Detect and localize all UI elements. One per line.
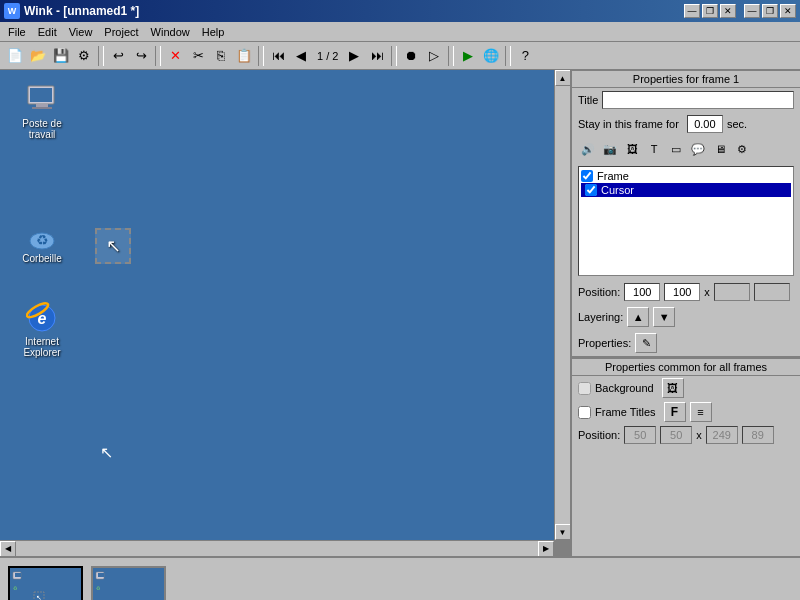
desktop-icon-computer[interactable]: Poste de travail xyxy=(12,80,72,144)
props-icon-2[interactable]: 📷 xyxy=(600,139,620,159)
ie-icon-img: e xyxy=(26,302,58,334)
background-image-btn[interactable]: 🖼 xyxy=(662,378,684,398)
pos-y2-input[interactable] xyxy=(754,283,790,301)
next-frame-btn[interactable]: ▶ xyxy=(343,45,365,67)
desktop-icon-ie[interactable]: e Internet Explorer xyxy=(12,298,72,362)
properties-edit-btn[interactable]: ✎ xyxy=(635,333,657,353)
layer-down-btn[interactable]: ▼ xyxy=(653,307,675,327)
menu-bar: File Edit View Project Window Help xyxy=(0,22,800,42)
common-position-row: Position: x xyxy=(572,424,800,446)
menu-file[interactable]: File xyxy=(2,25,32,39)
toolbar-sep6 xyxy=(505,46,511,66)
properties-row: Properties: ✎ xyxy=(572,330,800,356)
canvas-scrollbar-vertical[interactable]: ▲ ▼ xyxy=(554,70,570,540)
film-thumb-inner-1: ♻ e ↖ ↖ xyxy=(10,568,81,601)
desktop-icon-recycle[interactable]: ♻ Corbeille xyxy=(12,215,72,268)
frame-titles-font-btn[interactable]: F xyxy=(664,402,686,422)
svg-rect-2 xyxy=(36,104,48,107)
toolbar-sep3 xyxy=(258,46,264,66)
scroll-right-btn[interactable]: ▶ xyxy=(538,541,554,557)
canvas-scrollbar-horizontal[interactable]: ◀ ▶ xyxy=(0,540,554,556)
minimize-btn-outer[interactable]: — xyxy=(684,4,700,18)
record-btn[interactable]: ⏺ xyxy=(400,45,422,67)
stay-input[interactable] xyxy=(687,115,723,133)
preview-btn[interactable]: ▷ xyxy=(423,45,445,67)
restore-btn-outer[interactable]: ❐ xyxy=(702,4,718,18)
frame-label: Frame xyxy=(597,170,629,182)
ie-label: Internet Explorer xyxy=(16,336,68,358)
pos-x2-input[interactable] xyxy=(714,283,750,301)
frame-titles-row: Frame Titles F ≡ xyxy=(572,400,800,424)
last-frame-btn[interactable]: ⏭ xyxy=(366,45,388,67)
recycle-icon-img: ♻ xyxy=(26,219,58,251)
stay-row: Stay in this frame for sec. xyxy=(572,112,800,136)
scroll-left-btn[interactable]: ◀ xyxy=(0,541,16,557)
help-btn[interactable]: ? xyxy=(514,45,536,67)
menu-project[interactable]: Project xyxy=(98,25,144,39)
paste-btn[interactable]: 📋 xyxy=(233,45,255,67)
props-icon-1[interactable]: 🔊 xyxy=(578,139,598,159)
stop-btn[interactable]: ✕ xyxy=(164,45,186,67)
cursor-checkbox[interactable] xyxy=(585,184,597,196)
menu-window[interactable]: Window xyxy=(145,25,196,39)
toolbar-sep2 xyxy=(155,46,161,66)
pos-x-label: x xyxy=(704,286,710,298)
position-row: Position: x xyxy=(572,280,800,304)
pos-y-input[interactable] xyxy=(664,283,700,301)
background-checkbox[interactable] xyxy=(578,382,591,395)
cut-btn[interactable]: ✂ xyxy=(187,45,209,67)
copy-btn[interactable]: ⎘ xyxy=(210,45,232,67)
close-btn-inner[interactable]: ✕ xyxy=(780,4,796,18)
background-row: Background 🖼 xyxy=(572,376,800,400)
toolbar-sep5 xyxy=(448,46,454,66)
menu-view[interactable]: View xyxy=(63,25,99,39)
props-icon-5[interactable]: ▭ xyxy=(666,139,686,159)
pos-x-input[interactable] xyxy=(624,283,660,301)
redo-btn[interactable]: ↪ xyxy=(130,45,152,67)
open-btn[interactable]: 📂 xyxy=(27,45,49,67)
computer-label: Poste de travail xyxy=(16,118,68,140)
menu-edit[interactable]: Edit xyxy=(32,25,63,39)
props-icon-3[interactable]: 🖼 xyxy=(622,139,642,159)
common-pos-x-label: x xyxy=(696,429,702,441)
scroll-up-btn[interactable]: ▲ xyxy=(555,70,571,86)
film-thumb-1[interactable]: ♻ e ↖ ↖ xyxy=(8,566,83,601)
svg-text:↖: ↖ xyxy=(36,594,42,601)
layering-row: Layering: ▲ ▼ xyxy=(572,304,800,330)
first-frame-btn[interactable]: ⏮ xyxy=(267,45,289,67)
prev-frame-btn[interactable]: ◀ xyxy=(290,45,312,67)
frame-checkbox-row[interactable]: Frame xyxy=(581,169,791,183)
minimize-btn-inner[interactable]: — xyxy=(744,4,760,18)
menu-help[interactable]: Help xyxy=(196,25,231,39)
export-btn[interactable]: ▶ xyxy=(457,45,479,67)
title-row: Title xyxy=(572,88,800,112)
frame-titles-align-btn[interactable]: ≡ xyxy=(690,402,712,422)
film-frame-1[interactable]: ♻ e ↖ ↖ 1 xyxy=(8,566,83,601)
close-btn-outer[interactable]: ✕ xyxy=(720,4,736,18)
props-icon-8[interactable]: ⚙ xyxy=(732,139,752,159)
props-icon-6[interactable]: 💬 xyxy=(688,139,708,159)
save-btn[interactable]: 💾 xyxy=(50,45,72,67)
scroll-down-btn[interactable]: ▼ xyxy=(555,524,571,540)
app-icon: W xyxy=(4,3,20,19)
props-icon-7[interactable]: 🖥 xyxy=(710,139,730,159)
props-icon-toolbar: 🔊 📷 🖼 T ▭ 💬 🖥 ⚙ xyxy=(572,136,800,162)
title-input[interactable] xyxy=(602,91,794,109)
title-buttons: — ❐ ✕ — ❐ ✕ xyxy=(684,4,796,18)
cursor-label: Cursor xyxy=(601,184,634,196)
cursor-checkbox-row[interactable]: Cursor xyxy=(581,183,791,197)
publish-btn[interactable]: 🌐 xyxy=(480,45,502,67)
toolbar: 📄 📂 💾 ⚙ ↩ ↪ ✕ ✂ ⎘ 📋 ⏮ ◀ 1 / 2 ▶ ⏭ ⏺ ▷ ▶ … xyxy=(0,42,800,70)
new-btn[interactable]: 📄 xyxy=(4,45,26,67)
layer-up-btn[interactable]: ▲ xyxy=(627,307,649,327)
settings-btn[interactable]: ⚙ xyxy=(73,45,95,67)
film-thumb-2[interactable]: ♻ e xyxy=(91,566,166,601)
frame-checkbox[interactable] xyxy=(581,170,593,182)
frame-titles-checkbox[interactable] xyxy=(578,406,591,419)
computer-icon-img xyxy=(26,84,58,116)
frame-counter: 1 / 2 xyxy=(313,50,342,62)
restore-btn-inner[interactable]: ❐ xyxy=(762,4,778,18)
props-icon-4[interactable]: T xyxy=(644,139,664,159)
film-frame-2[interactable]: ♻ e 2 xyxy=(91,566,166,601)
undo-btn[interactable]: ↩ xyxy=(107,45,129,67)
